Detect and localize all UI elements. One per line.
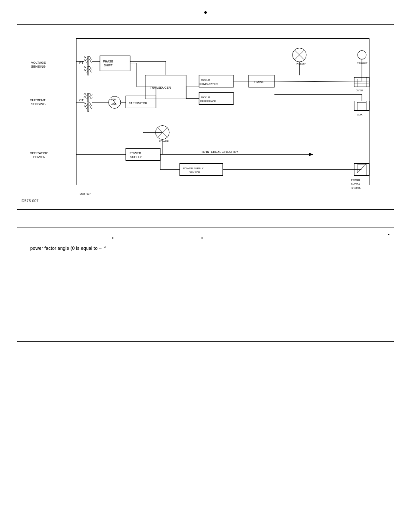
top-section: • <box>0 0 411 24</box>
svg-text:POWER: POWER <box>130 152 141 155</box>
svg-rect-21 <box>199 75 234 87</box>
svg-text:SENSING: SENSING <box>31 65 46 68</box>
svg-text:COMPARATOR: COMPARATOR <box>199 83 218 85</box>
svg-text:SUPPLY: SUPPLY <box>351 183 361 185</box>
svg-text:D575–007: D575–007 <box>80 193 90 195</box>
bottom-rule <box>17 341 394 342</box>
svg-text:CT: CT <box>79 98 84 102</box>
svg-text:PT: PT <box>79 61 84 65</box>
svg-text:TRANSDUCER: TRANSDUCER <box>150 86 171 89</box>
svg-text:HIGH: HIGH <box>110 98 116 101</box>
svg-rect-85 <box>180 164 223 176</box>
svg-text:REFERENCE: REFERENCE <box>200 100 216 103</box>
diagram-label: D575-007 <box>22 199 394 203</box>
svg-text:SENSING: SENSING <box>31 102 46 106</box>
svg-text:TARGET: TARGET <box>357 62 367 65</box>
svg-text:PICKUP: PICKUP <box>201 96 210 99</box>
svg-text:CURRENT: CURRENT <box>30 98 46 102</box>
svg-text:STATUS: STATUS <box>352 187 361 189</box>
section2-line2: • • <box>112 234 385 242</box>
svg-text:TAP SWITCH: TAP SWITCH <box>129 102 147 105</box>
svg-text:PICKUP: PICKUP <box>296 62 305 65</box>
svg-text:OVER: OVER <box>356 89 364 92</box>
svg-text:LOW: LOW <box>111 103 116 105</box>
svg-text:VOLTAGE: VOLTAGE <box>31 61 46 65</box>
svg-text:AUX.: AUX. <box>357 113 363 116</box>
svg-text:POWER SUPPLY: POWER SUPPLY <box>183 167 204 170</box>
svg-text:PHASE: PHASE <box>103 60 113 63</box>
svg-text:SENSOR: SENSOR <box>189 171 200 174</box>
svg-rect-37 <box>354 78 369 87</box>
svg-rect-24 <box>199 93 234 105</box>
svg-point-35 <box>358 51 366 59</box>
svg-text:POWER: POWER <box>351 179 360 181</box>
svg-text:POWER: POWER <box>33 155 46 159</box>
top-bullet: • <box>26 8 385 17</box>
diagram-section: .blk-text { font-family: Arial, sans-ser… <box>0 25 411 209</box>
block-diagram: .blk-text { font-family: Arial, sans-ser… <box>29 33 382 197</box>
svg-text:TIMING: TIMING <box>254 81 265 84</box>
svg-rect-78 <box>126 149 160 161</box>
lower-text-section: • • • power factor angle (θ is equal to … <box>0 227 411 255</box>
svg-text:SUPPLY: SUPPLY <box>130 156 142 159</box>
svg-text:OPERATING: OPERATING <box>30 151 49 155</box>
power-factor-line: power factor angle (θ is equal to – ° <box>30 246 385 251</box>
text-section-1 <box>0 210 411 227</box>
svg-text:PICKUP: PICKUP <box>201 79 210 81</box>
svg-rect-0 <box>76 39 369 185</box>
diagram-container: .blk-text { font-family: Arial, sans-ser… <box>29 33 382 197</box>
page: • .blk-text { font-family: Arial, sans-s… <box>0 0 411 532</box>
svg-text:SHIFT: SHIFT <box>104 64 113 67</box>
svg-marker-84 <box>309 153 313 156</box>
bottom-white-space <box>0 255 411 341</box>
svg-text:TO INTERNAL CIRCUITRY: TO INTERNAL CIRCUITRY <box>201 150 238 153</box>
svg-text:POWER: POWER <box>159 140 169 143</box>
